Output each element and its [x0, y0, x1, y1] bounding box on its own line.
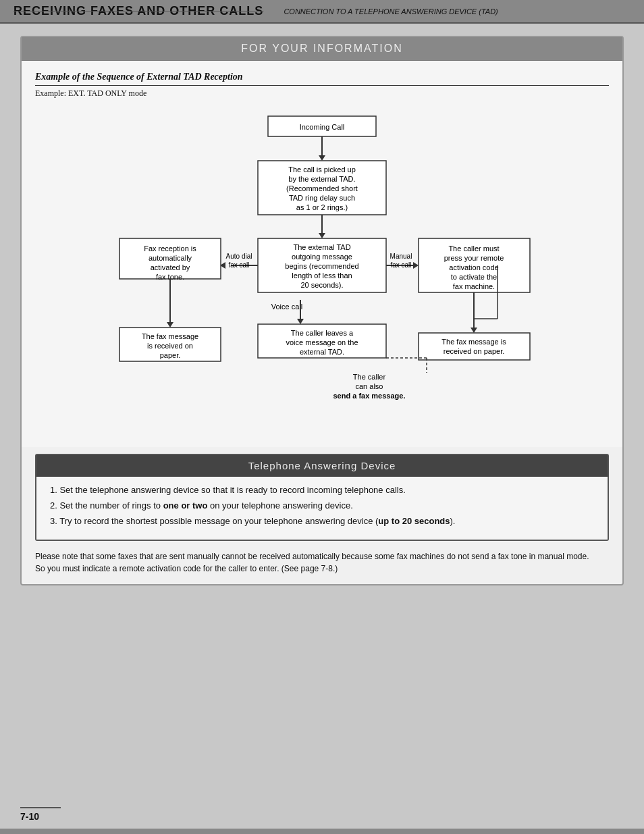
header: RECEIVING FAXES AND OTHER CALLS CONNECTI… [0, 0, 644, 24]
tad-banner-text: Telephone Answering Device [248, 460, 396, 471]
tad-section: Telephone Answering Device 1. Set the te… [35, 454, 609, 541]
svg-marker-2 [319, 155, 325, 161]
ext-tad-line4: length of less than [292, 271, 352, 280]
caller-can-also-line3: send a fax message. [333, 392, 405, 400]
svg-marker-5 [319, 233, 325, 238]
fax-received-left-line1: The fax message [142, 332, 198, 340]
manual-fax-label1: Manual [390, 253, 412, 260]
info-banner-text: FOR YOUR INFORMATION [241, 43, 402, 54]
call-picked-up-line2: by the external TAD. [288, 175, 355, 183]
footer-note: Please note that some faxes that are sen… [35, 550, 609, 575]
example-label: Example: EXT. TAD ONLY mode [35, 88, 609, 99]
ext-tad-line3: begins (recommended [285, 262, 358, 270]
caller-must-line1: The caller must [448, 244, 499, 253]
ext-tad-line1: The external TAD [293, 243, 350, 251]
svg-rect-18 [419, 333, 530, 360]
caller-can-also-line1: The caller [353, 373, 386, 381]
info-banner: FOR YOUR INFORMATION [22, 37, 622, 61]
voice-call-label: Voice call [271, 303, 302, 311]
main-content: FOR YOUR INFORMATION Example of the Sequ… [20, 36, 624, 585]
caller-leaves-line2: voice message on the [286, 338, 358, 346]
tad-content: 1. Set the telephone answering device so… [36, 477, 608, 540]
tad-item-2: 2. Set the number of rings to one or two… [50, 500, 594, 511]
page: RECEIVING FAXES AND OTHER CALLS CONNECTI… [0, 0, 644, 834]
fax-received-left-line3: paper. [160, 351, 181, 359]
fax-reception-line3: activated by [151, 263, 190, 271]
fax-received-right-line2: received on paper. [444, 347, 505, 355]
fax-received-right-line1: The fax message is [441, 338, 506, 346]
call-picked-up-line3: (Recommended short [286, 184, 358, 192]
incoming-call-label: Incoming Call [300, 123, 345, 131]
call-picked-up-line1: The call is picked up [288, 165, 356, 174]
fax-reception-line2: automatically [149, 254, 192, 262]
svg-marker-20 [297, 319, 304, 324]
caller-leaves-line1: The caller leaves a [291, 329, 354, 337]
auto-dial-label2: fax call [228, 261, 249, 269]
header-subtitle: CONNECTION TO A TELEPHONE ANSWERING DEVI… [284, 7, 498, 16]
svg-marker-10 [413, 262, 419, 269]
svg-marker-13 [167, 322, 173, 328]
caller-must-line4: to activate the [451, 273, 498, 281]
auto-dial-label1: Auto dial [226, 253, 252, 260]
ext-tad-line2: outgoing message [292, 253, 352, 261]
footer-note-text: Please note that some faxes that are sen… [35, 550, 609, 575]
call-picked-up-line4: TAD ring delay such [289, 194, 355, 202]
caller-leaves-line3: external TAD. [300, 348, 344, 356]
tad-item-1: 1. Set the telephone answering device so… [50, 485, 594, 495]
caller-must-line3: activation code [449, 263, 498, 271]
bottom-bar [0, 829, 644, 834]
caller-can-also-line2: can also [356, 382, 383, 390]
call-picked-up-line5: as 1 or 2 rings.) [296, 203, 348, 211]
caller-must-line5: fax machine. [453, 282, 495, 290]
tad-banner: Telephone Answering Device [36, 455, 608, 477]
ext-tad-line5: 20 seconds). [301, 281, 344, 289]
flowchart-svg: Incoming Call The call is picked up by t… [35, 109, 609, 434]
diagram-area: Example of the Sequence of External TAD … [22, 61, 622, 447]
manual-fax-label2: fax call [390, 261, 411, 269]
tad-item-3: 3. Try to record the shortest possible m… [50, 516, 594, 526]
fax-received-left-line2: is received on [147, 342, 193, 350]
header-title: RECEIVING FAXES AND OTHER CALLS [14, 4, 263, 18]
fax-reception-line1: Fax reception is [144, 244, 196, 253]
diagram-title: Example of the Sequence of External TAD … [35, 72, 609, 86]
page-number: 7-10 [20, 807, 61, 822]
caller-must-line2: press your remote [444, 254, 504, 262]
